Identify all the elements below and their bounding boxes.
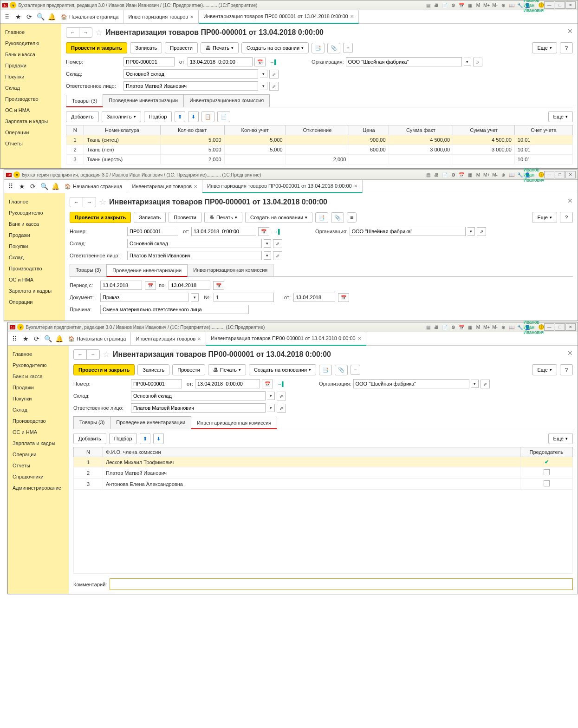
doc-input[interactable] bbox=[100, 293, 188, 302]
table-row[interactable]: 1Лесков Михаил Трофимович✔ bbox=[74, 457, 573, 467]
bell-icon[interactable]: 🔔 bbox=[51, 182, 60, 191]
tool-icon[interactable]: 🔧 bbox=[516, 171, 524, 178]
warehouse-input[interactable] bbox=[123, 69, 258, 79]
close-icon[interactable]: ✕ bbox=[354, 184, 357, 189]
dropdown-icon[interactable]: ▾ bbox=[464, 58, 471, 66]
user-icon[interactable]: 👤 Иванов Иван Иванович bbox=[527, 1, 535, 9]
sidebar-item[interactable]: Продажи bbox=[8, 382, 69, 393]
checkbox-unchecked-icon[interactable] bbox=[544, 480, 550, 486]
list-icon[interactable]: ≡ bbox=[347, 212, 356, 223]
create-based-button[interactable]: Создать на основании bbox=[245, 212, 312, 223]
dropdown-icon[interactable]: ▾ bbox=[264, 251, 271, 260]
sidebar-item[interactable]: Отчеты bbox=[0, 138, 61, 149]
search-icon[interactable]: 🔍 bbox=[36, 12, 45, 21]
open-icon[interactable]: ⬀ bbox=[269, 70, 279, 79]
post-icon[interactable]: →▌ bbox=[267, 58, 280, 66]
m-icon[interactable]: M bbox=[474, 1, 482, 9]
forward-button[interactable]: → bbox=[79, 28, 92, 37]
m-icon[interactable]: M bbox=[474, 171, 482, 178]
bell-icon[interactable]: 🔔 bbox=[47, 12, 56, 21]
sidebar-item[interactable]: Склад bbox=[8, 404, 69, 415]
close-button[interactable]: ✕ bbox=[565, 1, 576, 9]
responsible-input[interactable] bbox=[127, 251, 262, 260]
doc-icon[interactable]: 📄 bbox=[441, 1, 448, 9]
move-down-icon[interactable]: ⬇ bbox=[153, 433, 164, 444]
calc-icon[interactable]: ⚙ bbox=[449, 1, 457, 9]
select-button[interactable]: Подбор bbox=[144, 111, 172, 122]
docnum-input[interactable] bbox=[214, 293, 274, 302]
post-icon[interactable]: →▌ bbox=[271, 228, 284, 236]
calc-icon[interactable]: ⚙ bbox=[449, 323, 457, 331]
sidebar-item[interactable]: Главное bbox=[8, 348, 69, 360]
date-input[interactable] bbox=[191, 227, 256, 236]
close-form-icon[interactable]: ✕ bbox=[567, 27, 573, 35]
maximize-button[interactable]: □ bbox=[555, 323, 565, 331]
more-button[interactable]: Еще bbox=[532, 42, 557, 53]
table-row[interactable]: 3Ткань (шерсть) 2,000 2,000 10.01 bbox=[66, 155, 573, 164]
tab-home[interactable]: 🏠 Начальная страница bbox=[58, 10, 123, 23]
sidebar-item[interactable]: ОС и НМА bbox=[4, 274, 65, 285]
open-icon[interactable]: ⬀ bbox=[273, 251, 282, 260]
more-button[interactable]: Еще bbox=[532, 364, 557, 375]
date-input[interactable] bbox=[188, 57, 253, 66]
calendar-icon[interactable]: 📅 bbox=[338, 293, 349, 302]
calendar-icon[interactable]: 📅 bbox=[213, 281, 224, 290]
sidebar-item[interactable]: Зарплата и кадры bbox=[8, 438, 69, 449]
open-icon[interactable]: ⬀ bbox=[277, 404, 286, 413]
close-button[interactable]: ✕ bbox=[565, 171, 576, 178]
sidebar-item[interactable]: Продажи bbox=[0, 60, 61, 71]
goods-table[interactable]: NНоменклатура Кол-во фактКол-во учет Отк… bbox=[66, 125, 573, 164]
table-row[interactable]: 1Ткань (ситец) 5,0005,000 900,00 4 500,0… bbox=[66, 135, 573, 145]
sidebar-item[interactable]: Руководителю bbox=[8, 360, 69, 371]
open-icon[interactable]: ⬀ bbox=[477, 227, 486, 236]
grid-icon[interactable]: ▦ bbox=[466, 323, 474, 331]
star-icon[interactable]: ★ bbox=[21, 334, 30, 343]
add-button[interactable]: Добавить bbox=[66, 111, 99, 122]
grid-icon[interactable]: ▦ bbox=[466, 1, 474, 9]
create-based-button[interactable]: Создать на основании bbox=[249, 364, 316, 375]
table-row[interactable]: 2Платов Матвей Иванович bbox=[74, 467, 573, 479]
tab-inventory-doc[interactable]: Инвентаризация товаров ПР00-000001 от 13… bbox=[202, 179, 363, 193]
print-icon[interactable]: 🖶 bbox=[433, 1, 440, 9]
history-icon[interactable]: ⟳ bbox=[28, 182, 38, 191]
org-input[interactable] bbox=[346, 57, 462, 66]
move-up-icon[interactable]: ⬆ bbox=[140, 433, 150, 444]
maximize-button[interactable]: □ bbox=[555, 1, 565, 9]
tools-icon[interactable]: ▤ bbox=[424, 1, 432, 9]
search-icon[interactable]: 🔍 bbox=[43, 334, 52, 343]
book-icon[interactable]: 📖 bbox=[508, 323, 515, 331]
tab-inventory-list[interactable]: Инвентаризация товаров ✕ bbox=[127, 180, 202, 193]
tools-icon[interactable]: ▤ bbox=[424, 323, 432, 331]
paste-icon[interactable]: 📄 bbox=[217, 111, 230, 122]
favorite-icon[interactable]: ☆ bbox=[103, 349, 110, 360]
tab-home[interactable]: 🏠 Начальная страница bbox=[65, 332, 131, 345]
maximize-button[interactable]: □ bbox=[555, 171, 565, 178]
forward-button[interactable]: → bbox=[87, 350, 99, 359]
sidebar-item[interactable]: Отчеты bbox=[8, 460, 69, 471]
calendar-icon[interactable]: 📅 bbox=[145, 281, 156, 290]
post-icon[interactable]: →▌ bbox=[275, 380, 287, 388]
sidebar-item[interactable]: Руководителю bbox=[4, 207, 65, 218]
dropdown-icon[interactable]: ▾ bbox=[267, 392, 275, 400]
list-icon[interactable]: ≡ bbox=[351, 365, 360, 375]
mplus-icon[interactable]: M+ bbox=[483, 323, 490, 331]
sidebar-item[interactable]: Администрирование bbox=[8, 482, 69, 493]
tab-conduct[interactable]: Проведение инвентаризации bbox=[106, 264, 188, 277]
close-icon[interactable]: ✕ bbox=[194, 184, 197, 189]
menu-icon[interactable]: ▾ bbox=[13, 171, 20, 178]
register-icon[interactable]: 📑 bbox=[319, 365, 332, 375]
open-icon[interactable]: ⬀ bbox=[277, 392, 286, 400]
mminus-icon[interactable]: M- bbox=[491, 171, 499, 178]
warehouse-input[interactable] bbox=[131, 391, 266, 400]
select-button[interactable]: Подбор bbox=[109, 433, 137, 444]
tab-inventory-doc[interactable]: Инвентаризация товаров ПР00-000001 от 13… bbox=[199, 10, 359, 24]
info-icon[interactable]: ⓘ bbox=[539, 324, 544, 330]
mplus-icon[interactable]: M+ bbox=[483, 171, 490, 178]
tools-icon[interactable]: ▤ bbox=[424, 171, 432, 178]
tab-inventory-list[interactable]: Инвентаризация товаров ✕ bbox=[123, 10, 199, 23]
move-down-icon[interactable]: ⬇ bbox=[188, 111, 199, 122]
open-icon[interactable]: ⬀ bbox=[273, 239, 282, 248]
print-button[interactable]: 🖶 Печать bbox=[204, 212, 242, 223]
book-icon[interactable]: 📖 bbox=[508, 1, 515, 9]
sidebar-item[interactable]: Покупки bbox=[4, 241, 65, 252]
